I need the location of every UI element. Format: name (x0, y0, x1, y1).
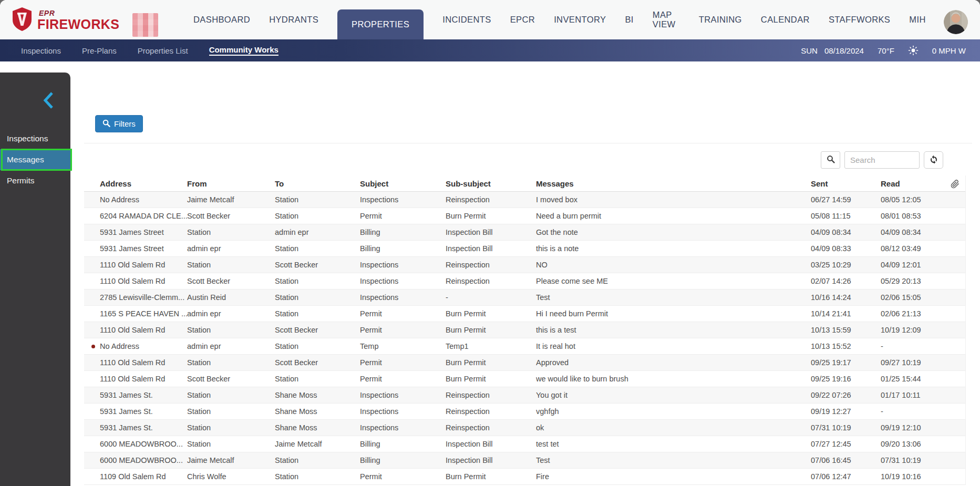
table-row[interactable]: 1110 Old Salem RdStationScott BeckerPerm… (84, 355, 965, 371)
table-toolbar (821, 151, 943, 169)
cell-message: vghfgh (536, 407, 811, 416)
cell-to: Station (275, 456, 360, 464)
cell-sent: 04/09 08:33 (811, 244, 881, 253)
table-row[interactable]: 5931 James St.StationShane MossInspectio… (84, 404, 965, 420)
col-header-from[interactable]: From (187, 179, 275, 188)
subnav-inspections[interactable]: Inspections (21, 46, 61, 55)
subnav-pre-plans[interactable]: Pre-Plans (82, 46, 117, 55)
subnav-community-works[interactable]: Community Works (209, 45, 278, 56)
tab-calendar[interactable]: CALENDAR (761, 15, 810, 25)
col-header-read[interactable]: Read (881, 179, 948, 188)
tab-bi[interactable]: BI (625, 15, 633, 25)
properties-sub-nav: Inspections Pre-Plans Properties List Co… (0, 39, 980, 61)
cell-to: Station (275, 309, 360, 318)
cell-read: 04/09 12:01 (881, 261, 948, 269)
table-row[interactable]: 1109 Old Salem RdChris WolfeStationPermi… (84, 469, 965, 485)
cell-to: Station (275, 244, 360, 253)
cell-address: 2785 Lewisville-Clemm... (84, 293, 187, 302)
table-row[interactable]: 1165 S PEACE HAVEN ...admin eprStationPe… (84, 306, 965, 322)
cell-sent: 07/06 12:47 (811, 472, 881, 481)
tab-incidents[interactable]: INCIDENTS (442, 15, 491, 25)
cell-message: Fire (536, 472, 811, 481)
cell-address: 6000 MEADOWBROO... (84, 456, 187, 464)
cell-subject: Billing (360, 244, 446, 253)
cell-address: 1110 Old Salem Rd (84, 277, 187, 285)
tab-inventory[interactable]: INVENTORY (554, 15, 606, 25)
table-row[interactable]: 5931 James Streetadmin eprStationBilling… (84, 241, 965, 257)
table-row[interactable]: No AddressJaime MetcalfStationInspection… (84, 192, 965, 208)
cell-sent: 10/13 15:59 (811, 326, 881, 334)
cell-from: Station (187, 407, 275, 416)
cell-address: 6000 MEADOWBROO... (84, 440, 187, 448)
col-header-address[interactable]: Address (84, 179, 187, 188)
table-row[interactable]: 1110 Old Salem RdStationScott BeckerPerm… (84, 322, 965, 338)
cell-subject: Billing (360, 440, 446, 448)
table-row[interactable]: 5931 James St.StationShane MossInspectio… (84, 420, 965, 436)
tab-training[interactable]: TRAINING (699, 15, 742, 25)
sidebar-item-inspections[interactable]: Inspections (0, 128, 70, 149)
table-row[interactable]: No Addressadmin eprStationTempTemp1It is… (84, 338, 965, 355)
table-row[interactable]: 1110 Old Salem RdScott BeckerStationPerm… (84, 371, 965, 387)
col-header-to[interactable]: To (275, 179, 360, 188)
cell-sub-subject: Burn Permit (446, 309, 536, 318)
left-sidebar: Inspections Messages Permits (0, 73, 70, 486)
sidebar-item-permits[interactable]: Permits (0, 170, 70, 191)
epr-fireworks-logo[interactable]: EPR FIREWORKS (12, 7, 119, 34)
cell-from: Scott Becker (187, 212, 275, 220)
search-input[interactable] (844, 151, 920, 169)
cell-to: Station (275, 472, 360, 481)
tab-epcr[interactable]: EPCR (510, 15, 535, 25)
cell-from: Station (187, 358, 275, 367)
cell-subject: Permit (360, 472, 446, 481)
cell-read: 08/01 08:53 (881, 212, 948, 220)
cell-sent: 10/13 15:52 (811, 342, 881, 350)
cell-to: Scott Becker (275, 358, 360, 367)
table-row[interactable]: 6000 MEADOWBROO...Jaime MetcalfStationBi… (84, 452, 965, 469)
table-row[interactable]: 6000 MEADOWBROO...StationJaime MetcalfBi… (84, 436, 965, 452)
col-header-subject[interactable]: Subject (360, 179, 446, 188)
search-icon (102, 119, 110, 129)
cell-from: Scott Becker (187, 375, 275, 383)
sidebar-item-messages[interactable]: Messages (0, 149, 70, 170)
cell-address: 1110 Old Salem Rd (84, 261, 187, 269)
collapse-sidebar-chevron-icon[interactable] (42, 91, 56, 111)
subnav-properties-list[interactable]: Properties List (138, 46, 188, 55)
cell-subject: Inspections (360, 423, 446, 432)
cell-from: admin epr (187, 244, 275, 253)
tab-properties[interactable]: PROPERTIES (337, 9, 424, 39)
table-row[interactable]: 1110 Old Salem RdStationScott BeckerInsp… (84, 257, 965, 273)
cell-address: 5931 James Street (84, 228, 187, 236)
col-header-sent[interactable]: Sent (811, 179, 881, 188)
table-row[interactable]: 6204 RAMADA DR CLE...Scott BeckerStation… (84, 208, 965, 224)
search-button[interactable] (821, 151, 840, 169)
top-nav: DASHBOARD HYDRANTS PROPERTIES INCIDENTS … (193, 0, 926, 39)
tab-staffworks[interactable]: STAFFWORKS (829, 15, 890, 25)
table-row[interactable]: 5931 James St.StationShane MossInspectio… (84, 387, 965, 404)
tab-mih[interactable]: MIH (909, 15, 925, 25)
paperclip-icon (951, 180, 960, 190)
table-row[interactable]: 2785 Lewisville-Clemm...Austin ReidStati… (84, 289, 965, 306)
col-header-messages[interactable]: Messages (536, 179, 811, 188)
cell-subject: Permit (360, 375, 446, 383)
tab-dashboard[interactable]: DASHBOARD (193, 15, 250, 25)
cell-sub-subject: Inspection Bill (446, 456, 536, 464)
cell-to: Shane Moss (275, 423, 360, 432)
user-avatar[interactable] (944, 10, 968, 34)
refresh-button[interactable] (924, 151, 943, 169)
cell-from: Jaime Metcalf (187, 195, 275, 204)
cell-read: 02/06 21:13 (881, 309, 948, 318)
table-row[interactable]: 1110 Old Salem RdScott BeckerStationInsp… (84, 273, 965, 289)
cell-from: Station (187, 261, 275, 269)
col-header-sub-subject[interactable]: Sub-subject (446, 179, 536, 188)
cell-message: It is real hot (536, 342, 811, 350)
cell-read: 04/09 08:34 (881, 228, 948, 236)
tab-map-view[interactable]: MAP VIEW (653, 11, 680, 29)
tab-hydrants[interactable]: HYDRANTS (269, 15, 318, 25)
table-row[interactable]: 5931 James StreetStationadmin eprBilling… (84, 224, 965, 241)
cell-sent: 09/25 19:16 (811, 375, 881, 383)
cell-address: 6204 RAMADA DR CLE... (84, 212, 187, 220)
cell-from: Station (187, 440, 275, 448)
filters-button[interactable]: Filters (95, 115, 143, 132)
cell-to: Station (275, 375, 360, 383)
cell-sub-subject: Temp1 (446, 342, 536, 350)
